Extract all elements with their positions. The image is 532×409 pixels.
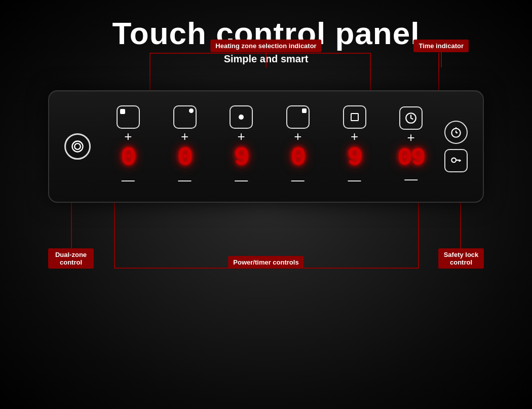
power-timer-label: Power/timer controls [228, 256, 303, 269]
zone3-plus[interactable]: + [238, 129, 245, 144]
heating-line-right [370, 53, 371, 90]
time-line [438, 53, 439, 90]
zone1-column: + 0 — [100, 105, 157, 188]
zone2-plus[interactable]: + [181, 129, 188, 144]
timer-column: + 09 — [383, 106, 439, 187]
safety-lock-button[interactable] [444, 149, 468, 172]
clock-icon [404, 111, 417, 125]
zone1-button[interactable] [117, 105, 140, 129]
svg-point-1 [74, 143, 81, 150]
zone2-column: + 0 — [157, 105, 213, 188]
timer-plus[interactable]: + [407, 130, 415, 145]
heating-line-left [149, 53, 150, 90]
zone2-digit: 0 [177, 144, 192, 172]
zone4-digit: 0 [290, 144, 305, 172]
time-indicator-label: Time indicator [413, 40, 469, 52]
zone1-minus[interactable]: — [122, 172, 135, 188]
timer-minus[interactable]: — [404, 171, 417, 187]
power-icon [64, 133, 91, 160]
zone2-minus[interactable]: — [178, 172, 192, 188]
svg-point-0 [72, 141, 83, 152]
power-svg [70, 139, 85, 154]
zone2-button[interactable] [173, 105, 197, 129]
power-dual-zone-button[interactable] [64, 133, 91, 160]
zone5-minus[interactable]: — [348, 172, 361, 188]
zone4-plus[interactable]: + [294, 129, 301, 144]
zone3-button[interactable] [230, 105, 253, 129]
zone3-dot [239, 115, 244, 120]
zone3-column: + 9 — [213, 105, 270, 188]
zone4-column: + 0 — [270, 105, 326, 188]
heating-zone-label: Heating zone selection indicator [210, 40, 321, 52]
svg-point-7 [451, 158, 456, 163]
heating-line-top [149, 53, 371, 54]
panel-wrapper: Heating zone selection indicator Time in… [48, 90, 484, 203]
power-line-left [114, 203, 115, 269]
zone4-minus[interactable]: — [291, 172, 305, 188]
control-panel: + 0 — + 0 — + 9 — + 0 [48, 90, 484, 203]
zone1-corner-indicator [120, 109, 125, 114]
dual-zone-label: Dual-zone control [48, 248, 94, 269]
zone5-plus[interactable]: + [351, 129, 358, 144]
zone5-button[interactable] [343, 105, 366, 129]
timer-digit: 09 [397, 145, 425, 171]
zone5-digit: 9 [347, 144, 362, 172]
zone1-plus[interactable]: + [124, 129, 132, 144]
zone1-digit: 0 [121, 144, 135, 172]
timer-zone-button[interactable] [399, 106, 423, 130]
key-icon [449, 154, 463, 167]
timer-set-icon [449, 126, 463, 139]
zone3-digit: 9 [234, 144, 249, 172]
zone4-button[interactable] [286, 105, 310, 129]
timer-set-button[interactable] [444, 121, 468, 144]
power-line-right [418, 203, 419, 269]
zone5-column: + 9 — [326, 105, 383, 188]
safety-lock-label: Safety lock control [438, 248, 484, 269]
right-section [444, 121, 468, 172]
zone3-minus[interactable]: — [235, 172, 248, 188]
